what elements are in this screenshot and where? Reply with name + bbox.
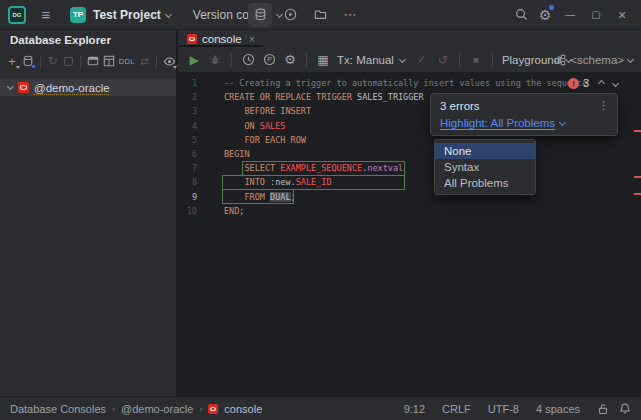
services-toolwindow-icon[interactable] — [278, 3, 302, 27]
line-number: 4 — [178, 119, 218, 133]
sync-badge — [31, 64, 36, 69]
dropdown-option-syntax[interactable]: Syntax — [435, 159, 535, 175]
schema-selector[interactable]: <schema> — [570, 54, 624, 66]
statusbar: Database Consoles › @demo-oracle › conso… — [0, 396, 641, 420]
disconnect-icon[interactable] — [62, 52, 76, 70]
dropdown-option-all-problems[interactable]: All Problems — [435, 175, 535, 191]
database-tree: @demo-oracle — [0, 79, 176, 96]
new-datasource-button[interactable]: + — [5, 52, 19, 70]
tx-mode-selector[interactable]: Tx: Manual — [337, 54, 394, 66]
in-editor-results-icon[interactable]: ▦ — [314, 51, 332, 69]
chevron-expanded-icon[interactable] — [7, 83, 14, 90]
line-number: 3 — [178, 104, 218, 118]
search-everywhere-icon[interactable] — [509, 3, 533, 27]
code-line[interactable]: -- Creating a trigger to automatically i… — [224, 76, 587, 90]
project-name[interactable]: Test Project — [93, 8, 161, 22]
editor-tabbar: console × — [178, 30, 641, 47]
ddl-icon[interactable]: DDL — [118, 52, 135, 70]
tab-close-icon[interactable]: × — [249, 33, 255, 45]
error-indicator-icon: ! — [568, 78, 579, 89]
database-explorer-toolbar: + ↻ DDL ⇄ — [0, 49, 176, 73]
breadcrumb-separator: › — [112, 404, 115, 414]
app-logo-icon[interactable]: DG — [8, 6, 26, 24]
breadcrumb-datasource[interactable]: @demo-oracle — [121, 403, 193, 415]
table-editor-icon[interactable] — [102, 52, 116, 70]
next-problem-icon[interactable] — [612, 79, 619, 86]
kebab-menu-icon[interactable]: ⋮ — [598, 99, 609, 112]
database-toolwindow-icon[interactable] — [248, 3, 272, 27]
error-count: 3 — [583, 77, 589, 89]
rollback-icon[interactable]: ↺ — [434, 51, 452, 69]
view-options-eye-icon[interactable] — [162, 52, 176, 70]
panel-title: Database Explorer — [0, 30, 176, 49]
parameters-icon[interactable]: P — [260, 51, 278, 69]
line-number: 5 — [178, 133, 218, 147]
svg-text:P: P — [267, 56, 272, 63]
console-settings-gear-icon[interactable]: ⚙ — [281, 51, 299, 69]
caret-position-widget[interactable]: 9:12 — [404, 403, 425, 415]
code-line[interactable]: END; — [224, 204, 587, 218]
datagrip-window: DG ≡ TP Test Project Version control ⋯ ⚙ — [0, 0, 641, 420]
notification-dot — [549, 5, 554, 10]
line-number: 10 — [178, 204, 218, 218]
line-number: 1 — [178, 76, 218, 90]
line-number: 2 — [178, 90, 218, 104]
commit-icon[interactable]: ✓ — [413, 51, 431, 69]
line-number: 9 — [178, 190, 218, 204]
schema-icon — [554, 54, 566, 66]
indent-widget[interactable]: 4 spaces — [536, 403, 580, 415]
run-button[interactable]: ▶ — [185, 51, 203, 69]
problems-popup: 3 errors ⋮ Highlight: All Problems — [430, 93, 618, 136]
chevron-down-icon — [559, 119, 566, 126]
popup-title: 3 errors — [440, 100, 480, 112]
error-stripe-mark[interactable] — [634, 193, 641, 195]
window-close-button[interactable]: × — [609, 3, 635, 27]
project-avatar[interactable]: TP — [70, 7, 86, 23]
highlight-level-link[interactable]: Highlight: All Problems — [440, 117, 565, 129]
project-folder-icon[interactable] — [308, 3, 332, 27]
query-history-icon[interactable] — [239, 51, 257, 69]
datasource-label: @demo-oracle — [34, 82, 110, 94]
tab-label: console — [202, 33, 242, 45]
encoding-widget[interactable]: UTF-8 — [488, 403, 519, 415]
breadcrumb-console[interactable]: console — [224, 403, 262, 415]
breadcrumb-separator: › — [199, 404, 202, 414]
more-tools-icon[interactable]: ⋯ — [338, 3, 362, 27]
console-toolbar: ▶ P ⚙ ▦ Tx: Manual ✓ ↺ ■ Playground <sch… — [178, 47, 641, 73]
tree-item-demo-oracle[interactable]: @demo-oracle — [0, 79, 176, 96]
chevron-down-icon — [399, 56, 406, 63]
chevron-down-icon — [165, 11, 172, 18]
refresh-icon[interactable]: ↻ — [46, 52, 60, 70]
line-separator-widget[interactable]: CRLF — [442, 403, 471, 415]
breadcrumb-database-consoles[interactable]: Database Consoles — [10, 403, 106, 415]
inspections-widget[interactable]: ! 3 — [568, 77, 618, 89]
tab-console[interactable]: console × — [178, 30, 263, 47]
lock-icon[interactable] — [597, 403, 609, 415]
oracle-file-icon — [187, 34, 197, 44]
oracle-file-icon — [208, 404, 218, 414]
dropdown-option-none[interactable]: None — [435, 143, 535, 159]
bug-icon[interactable] — [206, 51, 224, 69]
database-explorer-panel: Database Explorer + ↻ DDL ⇄ — [0, 30, 177, 396]
oracle-datasource-icon — [18, 82, 29, 93]
window-minimize-button[interactable]: — — [557, 3, 583, 27]
open-query-console-icon[interactable] — [86, 52, 100, 70]
highlight-level-dropdown: NoneSyntaxAll Problems — [434, 139, 536, 195]
line-number: 8 — [178, 175, 218, 189]
playground-selector[interactable]: Playground — [502, 54, 560, 66]
main-menu-icon[interactable]: ≡ — [34, 3, 58, 27]
error-stripe-mark[interactable] — [634, 176, 641, 178]
datasource-properties-icon[interactable] — [21, 52, 35, 70]
prev-problem-icon[interactable] — [598, 79, 605, 86]
titlebar: DG ≡ TP Test Project Version control ⋯ ⚙ — [0, 0, 641, 30]
settings-gear-icon[interactable]: ⚙ — [533, 3, 557, 27]
chevron-down-icon — [627, 56, 634, 63]
navigate-icon[interactable]: ⇄ — [137, 52, 151, 70]
stop-icon[interactable]: ■ — [467, 51, 485, 69]
line-number: 6 — [178, 147, 218, 161]
notifications-bell-icon[interactable] — [619, 402, 631, 415]
breadcrumbs: Database Consoles › @demo-oracle › conso… — [0, 403, 262, 415]
error-stripe-mark[interactable] — [634, 130, 641, 132]
line-number-gutter: 12345678910 — [178, 76, 218, 218]
window-maximize-button[interactable]: ▢ — [583, 3, 609, 27]
